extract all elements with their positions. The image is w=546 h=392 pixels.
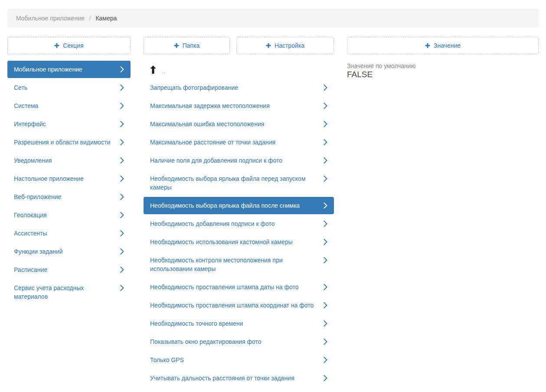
chevron-right-icon: [120, 212, 124, 218]
setting-item[interactable]: Необходимость проставления штампа коорди…: [144, 297, 334, 314]
sidebar-item-label: Сеть: [14, 83, 120, 92]
setting-item[interactable]: Максимальная задержка местоположения: [144, 97, 334, 114]
add-value-button[interactable]: Значение: [347, 37, 539, 54]
settings-list: Запрещать фотографирование Максимальная …: [144, 79, 334, 387]
settings-column: Папка Настройка .. Запрещать фотографи: [144, 37, 334, 388]
setting-item[interactable]: Необходимость выбора ярлыка файла перед …: [144, 170, 334, 196]
breadcrumb-separator: /: [89, 15, 91, 22]
setting-item[interactable]: Наличие поля для добавления подписи к фо…: [144, 152, 334, 169]
setting-item-label: Необходимость точного времени: [150, 319, 324, 328]
chevron-right-icon: [120, 121, 124, 127]
plus-icon: [174, 43, 179, 48]
go-up-item[interactable]: ..: [144, 61, 334, 78]
sidebar-item-label: Ассистенты: [14, 229, 120, 238]
add-section-button[interactable]: Секция: [7, 37, 131, 54]
setting-item[interactable]: Максимальное расстояние от точки задания: [144, 134, 334, 151]
sidebar-item[interactable]: Интерфейс: [7, 115, 131, 133]
chevron-right-icon: [324, 320, 327, 327]
setting-item-label: Необходимость использования кастомной ка…: [150, 238, 324, 246]
breadcrumb-parent-link[interactable]: Мобильное приложение: [16, 15, 85, 22]
chevron-right-icon: [324, 221, 327, 227]
chevron-right-icon: [324, 203, 327, 209]
chevron-right-icon: [324, 339, 327, 345]
chevron-right-icon: [120, 66, 124, 72]
sidebar-item-label: Интерфейс: [14, 120, 120, 128]
default-value-text: FALSE: [347, 70, 539, 79]
chevron-right-icon: [324, 85, 327, 91]
add-folder-button[interactable]: Папка: [144, 37, 230, 54]
sidebar-item[interactable]: Функции заданий: [7, 243, 131, 260]
setting-item-label: Запрещать фотографирование: [150, 83, 324, 92]
columns: Секция Мобильное приложение Сеть Система…: [7, 37, 539, 388]
sidebar-item[interactable]: Расписание: [7, 261, 131, 278]
setting-item-label: Необходимость добавления подписи к фото: [150, 219, 324, 228]
chevron-right-icon: [324, 139, 327, 145]
setting-item-label: Показывать окно редактирования фото: [150, 337, 324, 346]
setting-item-label: Необходимость выбора ярлыка файла после …: [150, 201, 324, 210]
setting-item[interactable]: Необходимость контроля местоположения пр…: [144, 252, 334, 278]
chevron-right-icon: [120, 248, 124, 255]
chevron-right-icon: [324, 121, 327, 127]
sections-list: Мобильное приложение Сеть Система Интерф…: [7, 61, 131, 305]
chevron-right-icon: [324, 157, 327, 163]
setting-item[interactable]: Запрещать фотографирование: [144, 79, 334, 96]
sidebar-item[interactable]: Разрешения и области видимости: [7, 134, 131, 151]
sidebar-item-label: Разрешения и области видимости: [14, 138, 120, 147]
chevron-right-icon: [120, 176, 124, 182]
sidebar-item-label: Мобильное приложение: [14, 65, 120, 74]
setting-item[interactable]: Необходимость использования кастомной ка…: [144, 233, 334, 251]
sidebar-item-label: Система: [14, 101, 120, 110]
chevron-right-icon: [324, 284, 327, 290]
setting-item[interactable]: Необходимость проставления штампа даты н…: [144, 278, 334, 296]
setting-item-label: Наличие поля для добавления подписи к фо…: [150, 156, 324, 165]
setting-item-label: Необходимость проставления штампа даты н…: [150, 283, 324, 291]
plus-icon: [54, 43, 59, 48]
sidebar-item[interactable]: Настольное приложение: [7, 170, 131, 187]
sidebar-item[interactable]: Веб-приложение: [7, 188, 131, 206]
setting-item[interactable]: Необходимость выбора ярлыка файла после …: [144, 197, 334, 214]
setting-item[interactable]: Максимальная ошибка местоположения: [144, 115, 334, 133]
sidebar-item[interactable]: Геолокация: [7, 206, 131, 224]
default-value-label: Значение по умолчанию: [347, 62, 539, 70]
sidebar-item[interactable]: Сервис учета расходных материалов: [7, 279, 131, 305]
sidebar-item[interactable]: Мобильное приложение: [7, 61, 131, 78]
value-panel: Значение по умолчанию FALSE: [347, 62, 539, 79]
sidebar-item-label: Расписание: [14, 265, 120, 274]
chevron-right-icon: [120, 285, 124, 291]
chevron-right-icon: [324, 302, 327, 308]
setting-item-label: Необходимость выбора ярлыка файла перед …: [150, 174, 324, 192]
chevron-right-icon: [120, 157, 124, 163]
add-setting-label: Настройка: [275, 42, 304, 49]
setting-item-label: Необходимость контроля местоположения пр…: [150, 256, 324, 273]
sidebar-item[interactable]: Уведомления: [7, 152, 131, 169]
go-up-label: ..: [162, 69, 166, 74]
plus-icon: [425, 43, 430, 48]
sidebar-item-label: Уведомления: [14, 156, 120, 165]
sidebar-item[interactable]: Система: [7, 97, 131, 114]
sidebar-item-label: Веб-приложение: [14, 193, 120, 201]
setting-item[interactable]: Необходимость добавления подписи к фото: [144, 215, 334, 232]
sidebar-item-label: Настольное приложение: [14, 174, 120, 183]
setting-item[interactable]: Учитывать дальность расстояния от точки …: [144, 369, 334, 387]
sidebar-item-label: Сервис учета расходных материалов: [14, 284, 120, 301]
chevron-right-icon: [120, 230, 124, 236]
sidebar-item-label: Геолокация: [14, 211, 120, 219]
add-setting-button[interactable]: Настройка: [236, 37, 334, 54]
add-folder-label: Папка: [183, 42, 200, 49]
setting-item-label: Только GPS: [150, 356, 324, 364]
sidebar-item[interactable]: Сеть: [7, 79, 131, 96]
chevron-right-icon: [324, 257, 327, 263]
setting-item-label: Необходимость проставления штампа коорди…: [150, 301, 324, 310]
breadcrumb-current: Камера: [95, 15, 117, 22]
chevron-right-icon: [324, 239, 327, 245]
chevron-right-icon: [120, 194, 124, 200]
arrow-up-icon: [150, 65, 156, 74]
sidebar-item[interactable]: Ассистенты: [7, 225, 131, 242]
settings-list-wrap: .. Запрещать фотографирование Максимальн…: [144, 61, 334, 387]
setting-item[interactable]: Показывать окно редактирования фото: [144, 333, 334, 350]
add-value-label: Значение: [434, 42, 461, 49]
setting-item[interactable]: Только GPS: [144, 351, 334, 369]
setting-item-label: Максимальное расстояние от точки задания: [150, 138, 324, 147]
chevron-right-icon: [324, 176, 327, 182]
setting-item[interactable]: Необходимость точного времени: [144, 315, 334, 332]
